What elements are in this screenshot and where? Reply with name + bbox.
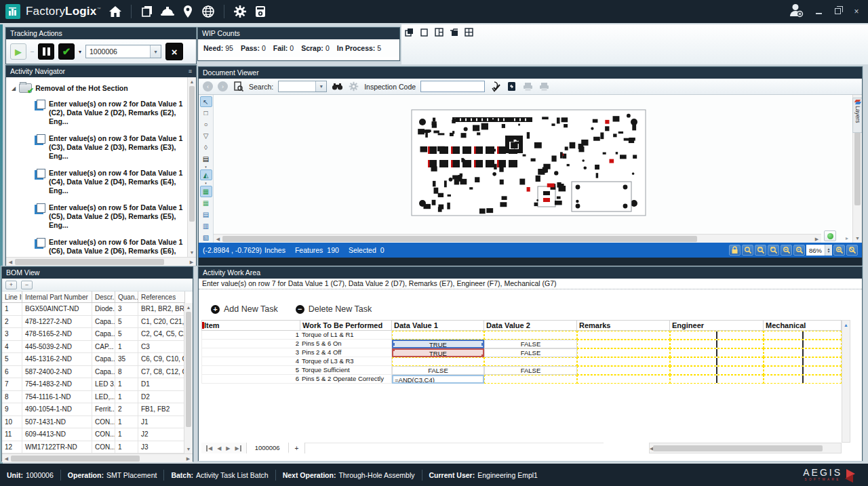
zoom-all-button[interactable]: ALL xyxy=(768,245,779,256)
spreadsheet-column-header[interactable]: Mechanical xyxy=(764,320,842,331)
next-sheet-icon[interactable]: ▶ xyxy=(226,445,230,451)
data-value-2-cell[interactable]: FALSE xyxy=(484,366,577,375)
spreadsheet-row[interactable]: 4Torque of L3 & R3 xyxy=(201,357,842,366)
expand-all-button[interactable]: + xyxy=(5,281,17,289)
current-user-icon[interactable] xyxy=(788,3,804,20)
document-search-icon[interactable] xyxy=(233,81,244,92)
scroll-left-icon[interactable]: ◀ xyxy=(2,454,11,463)
corner-expander-icon[interactable]: ▸ xyxy=(846,235,848,241)
grid-view-tool-icon[interactable]: ▦ xyxy=(200,186,212,197)
document-check-tool-icon[interactable]: ▧ xyxy=(200,232,212,243)
navigator-vertical-scrollbar[interactable]: ▲ ▼ xyxy=(187,77,196,257)
tree-root-activity[interactable]: ◢ ✔ Removal of the Hot Section xyxy=(6,77,196,96)
engineer-checkbox-cell[interactable] xyxy=(670,340,764,348)
zoom-100-button[interactable]: 100 xyxy=(755,245,766,256)
first-sheet-icon[interactable]: ◀ xyxy=(206,445,212,451)
rect-select-tool-icon[interactable]: □ xyxy=(200,108,212,119)
bom-table-row[interactable]: 6587-2400-2-NDCapa...8C7, C8, C12, C14, … xyxy=(2,366,193,379)
spreadsheet-column-header[interactable]: Data Value 1 xyxy=(392,320,484,331)
remarks-cell[interactable] xyxy=(577,331,670,340)
complete-dropdown-icon[interactable]: ▾ xyxy=(79,49,81,55)
paint-tool-icon[interactable]: ◭ xyxy=(200,169,212,180)
layers-stack-tool-icon[interactable]: ▤ xyxy=(200,154,212,165)
scrollbar-thumb[interactable] xyxy=(186,312,191,427)
expander-icon[interactable]: ◢ xyxy=(12,85,16,92)
bom-table-row[interactable]: 12WM17122TR-NDCON...1J3 xyxy=(2,441,193,454)
spreadsheet-column-header[interactable]: Data Value 2 xyxy=(484,320,577,331)
operator-hardhat-icon[interactable] xyxy=(157,3,178,20)
scroll-down-icon[interactable]: ▼ xyxy=(184,445,193,453)
engineer-checkbox[interactable] xyxy=(716,375,717,384)
engineer-checkbox[interactable] xyxy=(716,366,717,375)
zoom-in-button[interactable] xyxy=(833,245,845,256)
next-document-button[interactable]: › xyxy=(218,81,228,92)
delete-new-task-button[interactable]: −Delete New Task xyxy=(296,304,372,314)
viewer-canvas[interactable]: ◀ ▶ ▸ xyxy=(214,95,852,243)
bom-table-row[interactable]: 4445-5039-2-NDCAP...1C3 xyxy=(2,341,193,354)
combo-arrow-icon[interactable]: ▾ xyxy=(150,45,161,58)
previous-document-button[interactable]: ‹ xyxy=(203,81,213,92)
scroll-down-icon[interactable]: ▼ xyxy=(853,234,862,243)
remarks-cell[interactable] xyxy=(577,375,670,384)
remarks-cell[interactable] xyxy=(577,357,670,366)
tree-item-task[interactable]: Enter value(s) on row 6 for Data Value 1… xyxy=(6,234,196,257)
machine-console-icon[interactable] xyxy=(250,3,271,20)
scroll-right-icon[interactable]: ▶ xyxy=(187,258,196,266)
spreadsheet-row[interactable]: 5Torque SufficientFALSEFALSE xyxy=(201,366,842,375)
spinner-arrows-icon[interactable]: ▲▼ xyxy=(825,245,832,256)
layers-tab[interactable]: Layers xyxy=(852,98,862,133)
last-sheet-icon[interactable]: ▶ xyxy=(235,445,241,451)
scroll-down-icon[interactable]: ▼ xyxy=(188,248,196,257)
bom-column-header[interactable]: Line It... xyxy=(2,291,22,303)
engineer-checkbox-cell[interactable] xyxy=(670,357,764,366)
documents-icon[interactable] xyxy=(137,3,157,20)
export-document-tool-icon[interactable]: ▤ xyxy=(200,209,212,220)
engineer-checkbox[interactable] xyxy=(716,331,717,340)
restore-button[interactable] xyxy=(833,7,842,16)
data-value-2-cell[interactable] xyxy=(484,375,577,384)
float-window-icon[interactable] xyxy=(420,28,429,37)
mechanical-checkbox-cell[interactable] xyxy=(764,331,842,340)
tree-item-task[interactable]: Enter value(s) on row 4 for Data Value 1… xyxy=(6,165,196,199)
pin-check-icon[interactable] xyxy=(490,81,501,92)
print-icon[interactable] xyxy=(522,81,534,92)
engineer-checkbox[interactable] xyxy=(716,348,717,357)
bom-table-row[interactable]: 2478-1227-2-NDCapa...5C1, C20, C21, C22, xyxy=(2,316,193,329)
engineer-checkbox[interactable] xyxy=(716,357,717,366)
data-value-2-cell[interactable]: FALSE xyxy=(484,340,577,348)
spreadsheet-column-header[interactable]: Remarks xyxy=(577,320,670,331)
scrollbar-thumb[interactable] xyxy=(222,236,697,242)
scrollbar-thumb[interactable] xyxy=(189,86,195,222)
zoom-level-spinner[interactable]: 86% ▲▼ xyxy=(806,245,832,256)
spreadsheet-row[interactable]: 6Pins 5 & 2 Operate Correctly=AND(C3,C4) xyxy=(201,375,842,384)
engineer-checkbox-cell[interactable] xyxy=(670,375,764,384)
mechanical-checkbox[interactable] xyxy=(802,357,804,366)
data-value-1-cell[interactable] xyxy=(392,357,484,366)
search-select[interactable]: ▾ xyxy=(278,81,327,92)
mechanical-checkbox-cell[interactable] xyxy=(764,340,842,348)
tree-item-task[interactable]: Enter value(s) on row 5 for Data Value 1… xyxy=(6,199,196,234)
layers-dropdown-icon[interactable]: ▾ xyxy=(200,165,212,169)
scrollbar-thumb[interactable] xyxy=(653,445,823,451)
complete-tracking-button[interactable]: ✔ xyxy=(58,43,75,60)
engineer-checkbox-cell[interactable] xyxy=(670,348,764,357)
data-value-1-cell[interactable] xyxy=(392,331,484,340)
remarks-cell[interactable] xyxy=(577,340,670,348)
select-cursor-tool-icon[interactable]: ↖ xyxy=(200,96,212,107)
zoom-lock-button[interactable] xyxy=(729,245,741,256)
viewer-settings-gear-icon[interactable] xyxy=(348,81,359,92)
previous-sheet-icon[interactable]: ◀ xyxy=(217,445,221,451)
bom-column-header[interactable]: Internal Part Number xyxy=(22,291,92,303)
cascade-windows-icon[interactable] xyxy=(405,28,414,37)
bom-table-row[interactable]: 5445-1316-2-NDCapa...35C6, C9, C10, C11,… xyxy=(2,353,193,366)
engineer-checkbox[interactable] xyxy=(716,340,717,348)
remarks-cell[interactable] xyxy=(577,366,670,375)
bom-column-header[interactable]: References xyxy=(138,291,185,303)
home-icon[interactable] xyxy=(105,3,125,20)
tile-windows-icon[interactable] xyxy=(435,28,443,37)
bom-table-row[interactable]: 8754-1116-1-NDLED,...1D2 xyxy=(2,391,193,404)
cancel-tracking-button[interactable]: × xyxy=(165,43,183,60)
bom-column-header[interactable]: Descr... xyxy=(92,291,115,303)
zoom-out-button[interactable] xyxy=(781,245,792,256)
scroll-right-icon[interactable]: ▶ xyxy=(184,454,193,463)
